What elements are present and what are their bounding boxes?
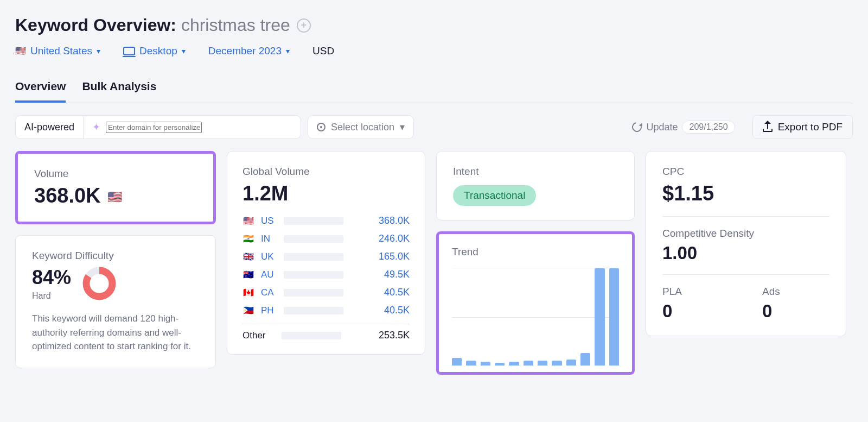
volume-card: Volume 368.0K — [15, 151, 216, 224]
trend-bar — [609, 268, 619, 366]
volume-value: 368.0K — [34, 184, 101, 207]
trend-bar — [566, 360, 576, 366]
gv-country-code: CA — [261, 287, 277, 298]
gv-country-code: IN — [261, 234, 277, 244]
global-volume-title: Global Volume — [242, 166, 410, 178]
trend-bar-chart — [452, 268, 619, 366]
gv-country-code: AU — [261, 269, 277, 280]
gv-country-code: PH — [261, 305, 277, 316]
country-filter[interactable]: United States ▾ — [15, 45, 100, 57]
trend-bar — [509, 362, 519, 366]
currency-label: USD — [312, 45, 334, 57]
gv-country-code: UK — [261, 251, 277, 262]
country-filter-label: United States — [30, 45, 92, 57]
date-filter[interactable]: December 2023 ▾ — [208, 45, 290, 57]
au-flag-icon — [242, 270, 254, 279]
page-title: Keyword Overview: christmas tree — [15, 15, 290, 35]
comp-density-title: Competitive Density — [662, 228, 829, 240]
gv-value: 368.0K — [350, 215, 410, 226]
title-prefix: Keyword Overview: — [15, 15, 176, 35]
chevron-down-icon: ▾ — [400, 121, 405, 133]
pla-value: 0 — [662, 301, 730, 322]
export-label: Export to PDF — [778, 121, 843, 133]
cpc-panel: CPC $1.15 Competitive Density 1.00 PLA 0… — [646, 151, 846, 336]
trend-bar — [538, 361, 547, 366]
cpc-value: $1.15 — [662, 182, 714, 205]
desktop-icon — [123, 47, 135, 55]
global-volume-row[interactable]: PH40.5K — [242, 301, 410, 319]
chevron-down-icon: ▾ — [97, 47, 100, 55]
location-select[interactable]: Select location ▾ — [308, 115, 414, 139]
tab-bar: Overview Bulk Analysis — [15, 74, 853, 103]
comp-density-value: 1.00 — [662, 243, 829, 263]
in-flag-icon — [242, 235, 254, 243]
cpc-title: CPC — [662, 166, 829, 178]
global-volume-card: Global Volume 1.2M US368.0KIN246.0KUK165… — [227, 151, 425, 355]
us-flag-icon — [107, 191, 122, 203]
kd-percent: 84% — [32, 266, 71, 289]
keyword-name: christmas tree — [181, 15, 290, 35]
trend-bar — [552, 361, 561, 366]
trend-bar — [495, 363, 505, 366]
domain-input[interactable] — [106, 122, 202, 133]
ai-domain-box: AI-powered ✦ — [15, 115, 301, 139]
chevron-down-icon: ▾ — [182, 47, 186, 55]
ads-value: 0 — [762, 301, 829, 322]
trend-bar — [452, 358, 462, 366]
trend-bar — [481, 362, 490, 366]
device-filter[interactable]: Desktop ▾ — [123, 45, 186, 57]
kd-title: Keyword Difficulty — [32, 250, 199, 262]
intent-card: Intent Transactional — [436, 151, 635, 221]
reload-icon — [630, 121, 644, 134]
kd-donut-chart — [82, 266, 117, 301]
date-filter-label: December 2023 — [208, 45, 282, 57]
sparkle-icon: ✦ — [92, 121, 100, 133]
add-keyword-button[interactable]: + — [297, 18, 311, 33]
us-flag-icon — [242, 217, 254, 225]
gv-other-value: 253.5K — [348, 330, 410, 341]
chevron-down-icon: ▾ — [286, 47, 290, 55]
tab-bulk-analysis[interactable]: Bulk Analysis — [82, 74, 156, 103]
global-volume-other: Other 253.5K — [242, 324, 410, 344]
uk-flag-icon — [242, 253, 254, 261]
gv-value: 246.0K — [350, 233, 410, 244]
global-volume-row[interactable]: CA40.5K — [242, 284, 410, 301]
export-pdf-button[interactable]: Export to PDF — [752, 115, 853, 139]
trend-card: Trend — [436, 231, 635, 375]
pla-title: PLA — [662, 286, 730, 298]
gv-value: 165.0K — [350, 251, 410, 262]
global-volume-row[interactable]: UK165.0K — [242, 248, 410, 266]
gv-value: 40.5K — [350, 305, 410, 316]
trend-bar — [580, 353, 590, 366]
upload-icon — [763, 122, 773, 132]
global-volume-total: 1.2M — [242, 182, 288, 205]
keyword-difficulty-card: Keyword Difficulty 84% Hard This keyword… — [15, 235, 216, 368]
gv-value: 40.5K — [350, 287, 410, 298]
intent-title: Intent — [453, 166, 618, 178]
update-button[interactable]: Update 209/1,250 — [632, 121, 735, 134]
gv-other-label: Other — [242, 330, 275, 341]
trend-bar — [595, 268, 604, 366]
kd-difficulty-label: Hard — [32, 291, 71, 301]
ads-title: Ads — [762, 286, 829, 298]
update-label: Update — [646, 122, 678, 133]
us-flag-icon — [15, 47, 26, 55]
gv-value: 49.5K — [350, 269, 410, 280]
ph-flag-icon — [242, 306, 254, 315]
ai-powered-label: AI-powered — [16, 116, 84, 138]
update-count: 209/1,250 — [682, 121, 735, 134]
global-volume-row[interactable]: US368.0K — [242, 212, 410, 230]
ca-flag-icon — [242, 288, 254, 297]
global-volume-row[interactable]: IN246.0K — [242, 230, 410, 248]
tab-overview[interactable]: Overview — [15, 74, 66, 103]
device-filter-label: Desktop — [139, 45, 177, 57]
gv-country-code: US — [261, 216, 277, 226]
volume-title: Volume — [34, 168, 197, 180]
global-volume-row[interactable]: AU49.5K — [242, 266, 410, 284]
trend-title: Trend — [452, 246, 619, 258]
kd-description: This keyword will demand 120 high-author… — [32, 312, 199, 354]
intent-value: Transactional — [453, 185, 536, 206]
location-placeholder: Select location — [331, 122, 394, 133]
trend-bar — [524, 361, 533, 366]
trend-bar — [466, 361, 476, 366]
